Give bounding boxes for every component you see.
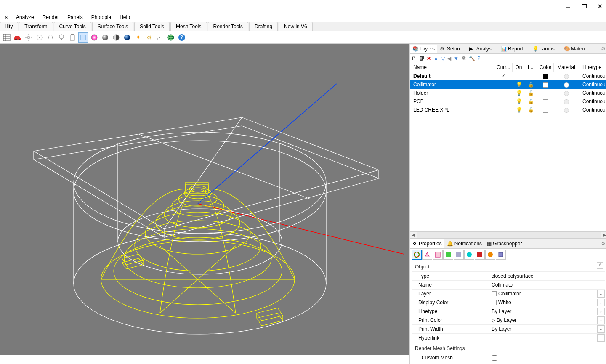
new-sublayer-icon[interactable]: 🗐 <box>419 56 424 61</box>
sun-icon[interactable] <box>24 32 34 43</box>
delete-icon[interactable]: ✕ <box>427 56 431 61</box>
globe-icon[interactable] <box>166 32 176 43</box>
prop-row-name[interactable]: NameCollimator <box>412 280 605 289</box>
prop-row-type[interactable]: Typeclosed polysurface <box>412 271 605 280</box>
prop-tab-notifications[interactable]: 🔔Notifications <box>444 239 484 248</box>
sphere-checker-icon[interactable] <box>111 32 121 43</box>
render-row-custom-mesh[interactable]: Custom Mesh <box>412 353 605 362</box>
prop-row-display-color[interactable]: Display ColorWhite⌄ <box>412 298 605 307</box>
tab-ility[interactable]: ility <box>0 22 18 31</box>
red-icon[interactable] <box>475 250 485 260</box>
layer-row[interactable]: Default✓Continuou <box>410 72 606 80</box>
panel-tab-materi[interactable]: 🎨Materi... <box>561 45 592 53</box>
back-icon[interactable]: ◀ <box>447 56 451 61</box>
tab-surface-tools[interactable]: Surface Tools <box>92 22 134 31</box>
panel-tab-analys[interactable]: ▶Analys... <box>467 45 498 53</box>
help-icon[interactable]: ? <box>177 32 187 43</box>
move-down-icon[interactable]: ▽ <box>441 56 445 61</box>
properties-body: ^ Object Typeclosed polysurfaceNameColli… <box>410 260 606 364</box>
tab-curve-tools[interactable]: Curve Tools <box>54 22 91 31</box>
properties-panel: ⭘Properties🔔Notifications▦Grasshopper⚙ ^… <box>410 238 606 364</box>
menu-bar: sAnalyzeRenderPanelsPhotopiaHelp <box>0 13 606 22</box>
gear-icon[interactable]: ⚙ <box>598 46 606 52</box>
hammer-icon[interactable]: 🔨 <box>469 56 475 61</box>
bulb-icon[interactable] <box>56 32 66 43</box>
layer-table[interactable]: Name Curr... On L... Color Material Line… <box>410 63 606 231</box>
object-props-icon[interactable] <box>412 250 422 260</box>
measure-icon[interactable] <box>155 32 165 43</box>
orange-icon[interactable] <box>485 250 495 260</box>
color-wheel-icon[interactable] <box>89 32 99 43</box>
svg-rect-17 <box>71 34 74 35</box>
svg-rect-73 <box>456 252 461 257</box>
menu-help[interactable]: Help <box>115 13 134 21</box>
svg-rect-18 <box>81 35 86 40</box>
prop-row-layer[interactable]: LayerCollimator⌄ <box>412 289 605 298</box>
move-up-icon[interactable]: ▲ <box>433 56 439 61</box>
material-icon[interactable] <box>422 250 432 260</box>
layer-row[interactable]: Holder💡🔓Continuou <box>410 89 606 97</box>
box-icon[interactable] <box>496 250 506 260</box>
target-icon[interactable] <box>35 32 45 43</box>
plane-icon[interactable] <box>78 32 88 43</box>
tab-drafting[interactable]: Drafting <box>249 22 278 31</box>
collapse-icon[interactable]: ^ <box>597 262 603 269</box>
sphere-gray-icon[interactable] <box>100 32 110 43</box>
prop-tab-properties[interactable]: ⭘Properties <box>410 239 444 248</box>
help-icon[interactable]: ? <box>478 56 481 61</box>
svg-point-74 <box>467 252 472 257</box>
tool-tabs: ilityTransformCurve ToolsSurface ToolsSo… <box>0 22 606 31</box>
svg-rect-71 <box>435 252 440 257</box>
gear-icon[interactable]: ⚙ <box>598 241 606 247</box>
chrome-icon[interactable] <box>454 250 464 260</box>
layer-row[interactable]: PCB💡🔓Continuou <box>410 97 606 106</box>
menu-panels[interactable]: Panels <box>63 13 87 21</box>
new-layer-icon[interactable]: 🗋 <box>412 56 417 61</box>
prop-row-linetype[interactable]: LinetypeBy Layer⌄ <box>412 307 605 316</box>
right-panel: 📚Layers⚙Settin...▶Analys...📊Report...💡La… <box>409 44 606 364</box>
svg-point-23 <box>168 35 174 40</box>
clipboard-icon[interactable] <box>67 32 77 43</box>
tab-solid-tools[interactable]: Solid Tools <box>134 22 170 31</box>
menu-render[interactable]: Render <box>38 13 63 21</box>
minimize-button[interactable]: 🗕 <box>565 3 571 10</box>
close-button[interactable]: ✕ <box>597 3 603 11</box>
torch-icon[interactable]: ✦ <box>133 32 143 43</box>
sphere-blue-icon[interactable] <box>122 32 132 43</box>
tab-mesh-tools[interactable]: Mesh Tools <box>170 22 207 31</box>
panel-tab-settin[interactable]: ⚙Settin... <box>437 45 467 53</box>
car-icon[interactable] <box>13 32 23 43</box>
prop-tab-grasshopper[interactable]: ▦Grasshopper <box>484 239 524 248</box>
viewport-3d[interactable] <box>0 44 409 355</box>
menu-analyze[interactable]: Analyze <box>12 13 38 21</box>
tab-render-tools[interactable]: Render Tools <box>208 22 249 31</box>
properties-toolbar <box>410 249 606 260</box>
svg-point-76 <box>488 252 493 257</box>
svg-rect-15 <box>61 39 62 40</box>
menu-s[interactable]: s <box>1 13 12 21</box>
prop-row-print-color[interactable]: Print Color◇By Layer⌄ <box>412 316 605 324</box>
layer-row[interactable]: LED CREE XPL💡🔓Continuou <box>410 106 606 114</box>
tools-icon[interactable]: 🛠 <box>461 56 466 61</box>
texture-icon[interactable] <box>433 250 443 260</box>
prop-row-print-width[interactable]: Print WidthBy Layer⌄ <box>412 324 605 333</box>
layer-row[interactable]: Collimator💡🔓Continuou <box>410 80 606 89</box>
panel-tab-lamps[interactable]: 💡Lamps... <box>530 45 561 53</box>
tab-transform[interactable]: Transform <box>19 22 53 31</box>
tab-new-in-v6[interactable]: New in V6 <box>279 22 313 31</box>
filter-icon[interactable]: ▼ <box>454 56 459 61</box>
green-icon[interactable] <box>443 250 453 260</box>
menu-photopia[interactable]: Photopia <box>87 13 115 21</box>
svg-line-28 <box>198 84 337 204</box>
maximize-button[interactable]: 🗖 <box>581 3 587 10</box>
cyan-icon[interactable] <box>464 250 474 260</box>
properties-tabs: ⭘Properties🔔Notifications▦Grasshopper⚙ <box>410 239 606 249</box>
layer-scrollbar[interactable]: ◀▶ <box>410 231 606 238</box>
prop-row-hyperlink[interactable]: Hyperlink... <box>412 333 605 342</box>
panel-tab-layers[interactable]: 📚Layers <box>410 45 437 53</box>
panel-tabs: 📚Layers⚙Settin...▶Analys...📊Report...💡La… <box>410 44 606 54</box>
grid-icon[interactable] <box>2 32 12 43</box>
panel-tab-report[interactable]: 📊Report... <box>498 45 530 53</box>
gears-icon[interactable]: ⚙ <box>144 32 154 43</box>
spotlight-icon[interactable] <box>45 32 56 43</box>
